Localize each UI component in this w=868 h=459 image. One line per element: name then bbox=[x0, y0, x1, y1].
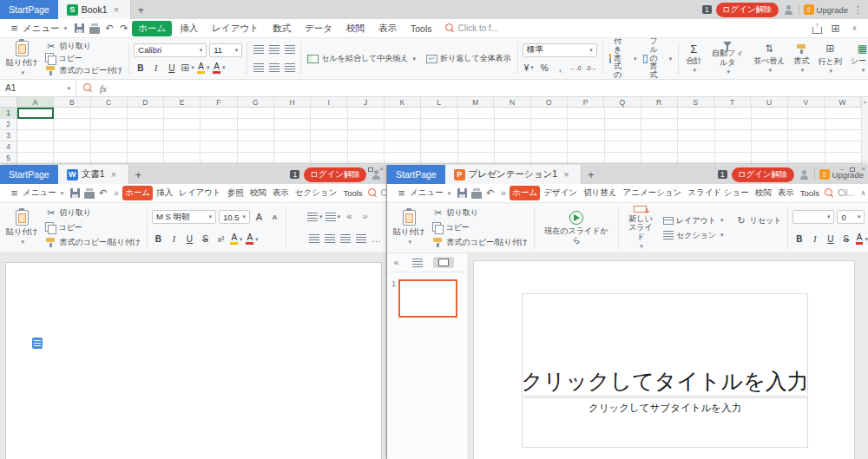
row-header[interactable]: 3 bbox=[0, 130, 16, 141]
decrease-decimal-button[interactable] bbox=[569, 62, 582, 75]
save-button[interactable] bbox=[69, 187, 82, 200]
superscript-button[interactable] bbox=[214, 233, 227, 246]
undo-button[interactable] bbox=[483, 187, 496, 200]
table-format-button[interactable]: テーブルの書式設定 bbox=[641, 38, 674, 80]
column-header[interactable]: O bbox=[531, 97, 568, 107]
align-right-button[interactable] bbox=[339, 233, 352, 246]
italic-button[interactable] bbox=[149, 62, 162, 75]
column-header[interactable]: D bbox=[128, 97, 164, 107]
ribbon-search[interactable]: Cli... bbox=[823, 188, 857, 198]
close-window-icon[interactable]: × bbox=[379, 166, 384, 173]
copy-button[interactable]: コピー bbox=[431, 222, 529, 233]
print-button[interactable] bbox=[82, 187, 95, 200]
ribbon-tab-transitions[interactable]: 切り替え bbox=[581, 186, 619, 200]
column-header[interactable]: H bbox=[274, 97, 311, 107]
print-button[interactable] bbox=[470, 187, 483, 200]
redo-button[interactable] bbox=[117, 22, 130, 35]
upgrade-button[interactable]: Upgrade bbox=[804, 4, 848, 15]
italic-button[interactable] bbox=[808, 233, 821, 246]
row-header[interactable]: 2 bbox=[0, 119, 16, 130]
format-painter-button[interactable]: 書式のコピー/貼り付け bbox=[43, 237, 142, 248]
cell-grid[interactable] bbox=[17, 108, 861, 165]
more-tools-icon[interactable] bbox=[110, 187, 122, 199]
align-center-button[interactable] bbox=[323, 233, 336, 246]
format-painter-button[interactable]: 書式のコピー/貼り付け bbox=[431, 237, 529, 248]
outline-view-button[interactable] bbox=[407, 257, 428, 269]
row-header[interactable]: 4 bbox=[0, 141, 16, 153]
minimize-icon[interactable]: – bbox=[840, 166, 844, 173]
apps-grid-icon[interactable] bbox=[829, 22, 842, 35]
ribbon-tab-home[interactable]: ホーム bbox=[132, 21, 172, 36]
cut-button[interactable]: 切り取り bbox=[431, 207, 529, 219]
selected-cell-A1[interactable] bbox=[17, 108, 54, 119]
column-header[interactable]: B bbox=[54, 97, 90, 107]
new-tab-button[interactable]: + bbox=[131, 0, 150, 19]
autofilter-button[interactable]: 自動フィルタ bbox=[707, 41, 747, 76]
slide-thumbnail-row[interactable]: 1 bbox=[387, 272, 468, 318]
ribbon-tab-home[interactable]: ホーム bbox=[122, 186, 153, 200]
align-middle-button[interactable] bbox=[267, 43, 280, 56]
underline-button[interactable] bbox=[824, 233, 837, 246]
slide-thumbnail[interactable] bbox=[398, 279, 457, 318]
underline-button[interactable] bbox=[183, 233, 196, 246]
copy-button[interactable]: コピー bbox=[43, 53, 124, 64]
align-left-button[interactable] bbox=[252, 61, 265, 74]
ribbon-tab-references[interactable]: 参照 bbox=[225, 186, 247, 200]
account-icon[interactable] bbox=[799, 169, 810, 180]
undo-button[interactable] bbox=[96, 187, 109, 200]
ribbon-tab-design[interactable]: デザイン bbox=[541, 186, 580, 200]
ribbon-tab-review[interactable]: 校閲 bbox=[340, 21, 371, 36]
column-header[interactable]: U bbox=[751, 97, 787, 107]
layout-button[interactable]: レイアウト bbox=[661, 215, 726, 226]
ribbon-tab-view[interactable]: 表示 bbox=[270, 186, 292, 200]
format-button[interactable]: 書式 bbox=[792, 41, 812, 76]
decrease-indent-button[interactable] bbox=[343, 210, 356, 223]
font-color-button[interactable] bbox=[246, 233, 259, 246]
insert-function-button[interactable]: fx bbox=[93, 83, 114, 94]
maximize-icon[interactable] bbox=[850, 167, 855, 172]
strikethrough-button[interactable] bbox=[199, 233, 212, 246]
increase-decimal-button[interactable] bbox=[585, 62, 598, 75]
ribbon-tab-animations[interactable]: アニメーション bbox=[620, 186, 684, 200]
bold-button[interactable] bbox=[792, 233, 806, 246]
percent-format-button[interactable] bbox=[538, 62, 551, 75]
shrink-font-button[interactable] bbox=[268, 211, 281, 224]
ribbon-tab-layout[interactable]: レイアウト bbox=[206, 21, 265, 36]
vertical-scrollbar[interactable] bbox=[861, 97, 868, 165]
bullet-list-button[interactable] bbox=[307, 210, 323, 223]
italic-button[interactable] bbox=[168, 233, 181, 246]
copy-button[interactable]: コピー bbox=[43, 222, 142, 233]
ribbon-tab-section[interactable]: セクション bbox=[293, 186, 340, 200]
align-left-button[interactable] bbox=[307, 233, 320, 246]
title-placeholder[interactable]: クリックしてタイトルを入力 bbox=[522, 293, 808, 397]
tab-startpage[interactable]: StartPage bbox=[387, 165, 445, 184]
ribbon-tab-slideshow[interactable]: スライド ショー bbox=[685, 186, 751, 200]
maximize-icon[interactable] bbox=[368, 167, 373, 172]
column-header[interactable]: I bbox=[311, 97, 347, 107]
ribbon-tab-view[interactable]: 表示 bbox=[775, 186, 797, 200]
more-paragraph-icon[interactable] bbox=[370, 233, 383, 246]
increase-indent-button[interactable] bbox=[358, 210, 372, 223]
ribbon-tab-tools[interactable]: Tools bbox=[404, 22, 438, 36]
collapse-panel-icon[interactable] bbox=[391, 257, 402, 268]
new-slide-button[interactable]: 新しいスライド bbox=[623, 206, 658, 250]
close-tab-icon[interactable] bbox=[108, 169, 120, 180]
tab-startpage[interactable]: StartPage bbox=[0, 0, 58, 19]
row-header-1[interactable]: 1 bbox=[0, 108, 16, 119]
play-from-current-button[interactable]: 現在のスライドから bbox=[539, 206, 614, 250]
column-header[interactable]: Q bbox=[604, 97, 641, 107]
logout-button[interactable]: ログイン解除 bbox=[304, 167, 366, 182]
ribbon-tab-insert[interactable]: 挿入 bbox=[174, 21, 204, 36]
borders-button[interactable] bbox=[181, 62, 194, 75]
column-header[interactable]: C bbox=[91, 97, 128, 107]
format-painter-button[interactable]: 書式のコピー付け bbox=[43, 65, 124, 76]
justify-button[interactable] bbox=[354, 233, 367, 246]
paste-button[interactable]: 貼り付け bbox=[3, 206, 40, 250]
column-header[interactable]: N bbox=[494, 97, 530, 107]
row-header[interactable]: 5 bbox=[0, 153, 16, 164]
sheet-button[interactable]: シート bbox=[848, 41, 868, 76]
font-name-select[interactable]: M S 明朝 bbox=[152, 210, 216, 224]
logout-button[interactable]: ログイン解除 bbox=[732, 167, 794, 182]
cut-button[interactable]: 切り取り bbox=[43, 207, 142, 219]
column-header[interactable]: S bbox=[678, 97, 714, 107]
